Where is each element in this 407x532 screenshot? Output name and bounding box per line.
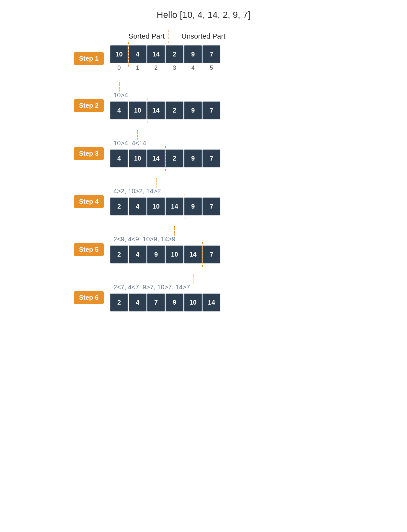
cell-2-1: 10 xyxy=(129,102,146,119)
index-cell-4: 4 xyxy=(184,65,202,71)
cell-2-4: 9 xyxy=(184,102,202,119)
array-container-3: 41014297 xyxy=(110,150,221,167)
cell-5-4: 14 xyxy=(184,246,202,263)
step-wrapper-4: Step 44>2, 10>2, 14>224101497 xyxy=(74,178,333,226)
index-cell-5: 5 xyxy=(203,65,220,71)
array-row-2: 41014297 xyxy=(110,102,221,119)
step-badge-1: Step 1 xyxy=(74,52,104,65)
array-row-5: 24910147 xyxy=(110,246,221,263)
cell-3-2: 14 xyxy=(147,150,165,167)
cell-4-1: 4 xyxy=(129,198,146,215)
header-divider xyxy=(168,30,169,43)
cell-1-0: 10 xyxy=(110,45,128,63)
index-row-1: 012345 xyxy=(110,65,221,71)
cell-3-0: 4 xyxy=(110,150,128,167)
cell-2-3: 2 xyxy=(166,102,183,119)
step-wrapper-2: Step 210>441014297 xyxy=(74,82,333,130)
cell-5-2: 9 xyxy=(147,246,165,263)
array-container-5: 24910147 xyxy=(110,246,221,263)
divider-line-1 xyxy=(128,42,129,66)
cell-1-5: 7 xyxy=(203,45,220,63)
step-4: Step 44>2, 10>2, 14>224101497 xyxy=(74,187,333,215)
step-content-3: 10>4, 4<1441014297 xyxy=(110,139,221,167)
index-cell-3: 3 xyxy=(166,65,183,71)
index-cell-0: 0 xyxy=(110,65,128,71)
step-badge-4: Step 4 xyxy=(74,195,104,208)
cell-6-4: 10 xyxy=(184,294,202,311)
step-badge-5: Step 5 xyxy=(74,243,104,256)
cell-5-3: 10 xyxy=(166,246,183,263)
divider-line-3 xyxy=(165,146,166,171)
cell-4-4: 9 xyxy=(184,198,202,215)
comparison-text-3: 10>4, 4<14 xyxy=(113,139,146,147)
divider-line-2 xyxy=(147,98,147,123)
connector-line-4 xyxy=(174,226,175,236)
cell-3-3: 2 xyxy=(166,150,183,167)
cell-6-5: 14 xyxy=(203,294,220,311)
step-wrapper-3: Step 310>4, 4<1441014297 xyxy=(74,130,333,178)
cell-1-1: 4 xyxy=(129,45,146,63)
comparison-text-6: 2<7, 4<7, 9>7, 10>7, 14>7 xyxy=(113,284,190,291)
step-badge-2: Step 2 xyxy=(74,99,104,112)
cell-2-5: 7 xyxy=(203,102,220,119)
step-5: Step 52<9, 4<9, 10>9, 14>924910147 xyxy=(74,236,333,263)
cell-2-2: 14 xyxy=(147,102,165,119)
connector-5 xyxy=(74,274,333,284)
sorted-part-label: Sorted Part xyxy=(110,32,165,41)
cell-5-0: 2 xyxy=(110,246,128,263)
step-content-5: 2<9, 4<9, 10>9, 14>924910147 xyxy=(110,236,221,263)
cell-5-1: 4 xyxy=(129,246,146,263)
page-title: Hello [10, 4, 14, 2, 9, 7] xyxy=(157,10,250,20)
cell-3-1: 10 xyxy=(129,150,146,167)
cell-3-5: 7 xyxy=(203,150,220,167)
cell-1-4: 9 xyxy=(184,45,202,63)
array-container-1: 10414297 xyxy=(110,45,221,63)
step-3: Step 310>4, 4<1441014297 xyxy=(74,139,333,167)
steps-container: Step 110414297012345Step 210>441014297St… xyxy=(74,45,333,322)
step-content-4: 4>2, 10>2, 14>224101497 xyxy=(110,187,221,215)
step-badge-6: Step 6 xyxy=(74,291,104,304)
step-wrapper-6: Step 62<7, 4<7, 9>7, 10>7, 14>724791014 xyxy=(74,274,333,322)
cell-6-1: 4 xyxy=(129,294,146,311)
step-content-2: 10>441014297 xyxy=(110,91,221,119)
comparison-text-5: 2<9, 4<9, 10>9, 14>9 xyxy=(113,236,175,243)
step-badge-3: Step 3 xyxy=(74,147,104,160)
cell-1-2: 14 xyxy=(147,45,165,63)
comparison-text-4: 4>2, 10>2, 14>2 xyxy=(113,187,161,195)
index-cell-2: 2 xyxy=(147,65,165,71)
connector-line-1 xyxy=(119,82,120,91)
connector-1 xyxy=(74,82,333,91)
cell-1-3: 2 xyxy=(166,45,183,63)
cell-4-5: 7 xyxy=(203,198,220,215)
comparison-text-2: 10>4 xyxy=(113,91,128,99)
step-content-1: 10414297012345 xyxy=(110,45,221,71)
unsorted-part-label: Unsorted Part xyxy=(172,32,243,41)
connector-line-2 xyxy=(137,130,138,139)
step-wrapper-1: Step 110414297012345 xyxy=(74,45,333,82)
index-cell-1: 1 xyxy=(129,65,146,71)
connector-4 xyxy=(74,226,333,236)
connector-line-5 xyxy=(193,274,193,284)
connector-line-3 xyxy=(156,178,157,187)
array-row-1: 10414297 xyxy=(110,45,221,63)
array-container-2: 41014297 xyxy=(110,102,221,119)
step-2: Step 210>441014297 xyxy=(74,91,333,119)
array-row-6: 24791014 xyxy=(110,294,221,311)
step-1: Step 110414297012345 xyxy=(74,45,333,71)
step-wrapper-5: Step 52<9, 4<9, 10>9, 14>924910147 xyxy=(74,226,333,274)
cell-3-4: 9 xyxy=(184,150,202,167)
connector-3 xyxy=(74,178,333,187)
cell-6-3: 9 xyxy=(166,294,183,311)
cell-4-2: 10 xyxy=(147,198,165,215)
divider-line-4 xyxy=(184,194,184,219)
step-6: Step 62<7, 4<7, 9>7, 10>7, 14>724791014 xyxy=(74,284,333,311)
header-labels-row: Sorted Part Unsorted Part xyxy=(74,30,333,43)
cell-6-0: 2 xyxy=(110,294,128,311)
array-container-4: 24101497 xyxy=(110,198,221,215)
header-labels: Sorted Part Unsorted Part xyxy=(110,30,243,43)
cell-5-5: 7 xyxy=(203,246,220,263)
connector-2 xyxy=(74,130,333,139)
cell-6-2: 7 xyxy=(147,294,165,311)
array-row-4: 24101497 xyxy=(110,198,221,215)
array-container-6: 24791014 xyxy=(110,294,221,311)
